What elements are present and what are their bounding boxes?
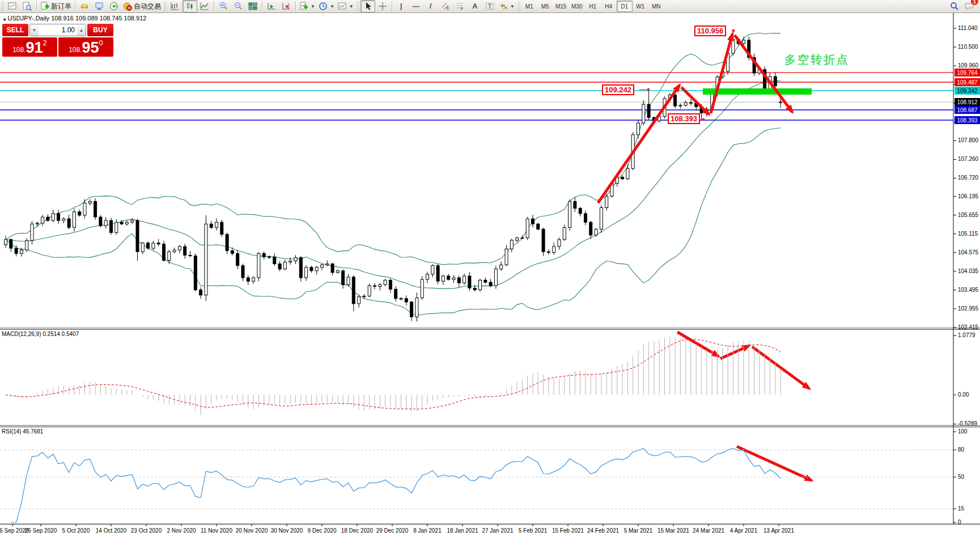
horizontal-level-lines — [0, 73, 953, 120]
timeframe-button-m5[interactable]: M5 — [537, 1, 553, 12]
channel-tool-button[interactable]: E — [438, 0, 453, 12]
zoom-out-icon — [234, 2, 243, 11]
toolbar-grip[interactable] — [1, 2, 4, 11]
buy-price-display[interactable]: 108.950 — [58, 37, 113, 57]
sell-price-prefix: 108. — [12, 44, 26, 56]
search-icon — [950, 2, 959, 11]
profiles-button[interactable] — [20, 0, 35, 12]
timeframe-button-m15[interactable]: M15 — [553, 1, 569, 12]
cursor-icon — [363, 2, 372, 11]
svg-text:F: F — [461, 7, 463, 11]
market-watch-button[interactable] — [77, 0, 92, 12]
support-zone-bar[interactable] — [703, 88, 812, 95]
templates-button[interactable]: ▼ — [336, 0, 355, 12]
pane-frame — [0, 12, 980, 526]
candlesticks — [5, 31, 782, 321]
macd-label: MACD(12,26,9) 0.2514 0.5407 — [2, 331, 79, 337]
expert-advisors-button[interactable] — [92, 0, 107, 12]
autotrading-button[interactable]: 自动交易 — [121, 0, 163, 12]
text-label-tool-button[interactable]: T — [482, 0, 497, 12]
dropdown-arrow-icon: ▼ — [311, 4, 315, 9]
volume-increase-button[interactable]: ▲ — [77, 24, 86, 36]
buy-price-big: 95 — [82, 39, 99, 56]
arrows-tool-button[interactable]: ▼ — [497, 0, 516, 12]
symbol-ohlc-text: USDJPY-,Daily 108.916 109.089 108.745 10… — [8, 15, 147, 22]
sell-price-big: 91 — [26, 39, 43, 56]
chart-shift-button[interactable] — [279, 0, 294, 12]
bar-chart-icon — [171, 2, 180, 11]
buy-button[interactable]: BUY — [87, 24, 113, 36]
candlestick-chart-button[interactable] — [183, 0, 197, 12]
zoom-in-button[interactable] — [216, 0, 231, 12]
timeframe-button-m30[interactable]: M30 — [569, 1, 585, 12]
vertical-line-icon: | — [400, 2, 402, 10]
price-axis-label: 109.764 — [954, 69, 980, 76]
dropdown-arrow-icon: ▼ — [330, 4, 334, 9]
collapse-arrow-icon[interactable]: ▴ — [3, 16, 6, 22]
toolbar-grip[interactable] — [357, 2, 359, 11]
auto-scroll-button[interactable] — [264, 0, 279, 12]
trendline-icon: / — [430, 2, 431, 10]
crosshair-tool-button[interactable] — [375, 0, 390, 12]
chart-window-icon — [8, 2, 17, 11]
toolbar-grip[interactable] — [164, 2, 167, 11]
rsi-label: RSI(14) 45.7681 — [2, 428, 43, 435]
zoom-in-icon — [219, 2, 228, 11]
macd-pane — [6, 337, 780, 415]
dropdown-arrow-icon: ▼ — [510, 4, 515, 9]
toolbar-grip[interactable] — [517, 2, 520, 11]
volume-decrease-button[interactable]: ▼ — [30, 24, 39, 36]
svg-text:T: T — [488, 3, 491, 10]
timeframe-button-h1[interactable]: H1 — [585, 1, 601, 12]
buy-price-prefix: 108. — [69, 44, 82, 56]
auto-scroll-icon — [267, 2, 276, 11]
cursor-tool-button[interactable] — [360, 0, 375, 12]
volume-box: ▼ ▲ — [29, 24, 86, 36]
sell-button[interactable]: SELL — [2, 24, 28, 36]
sell-price-display[interactable]: 108.912 — [2, 37, 57, 57]
line-chart-icon — [200, 2, 209, 11]
autotrading-icon — [123, 2, 132, 11]
price-axis-label: 109.487 — [954, 78, 980, 86]
new-chart-button[interactable] — [5, 0, 20, 12]
text-label-icon: T — [485, 2, 494, 11]
turning-point-annotation[interactable]: 多空转折点 — [784, 52, 850, 67]
price-callout-mid[interactable]: 109.242 — [602, 84, 634, 95]
price-callout-high[interactable]: 110.956 — [694, 25, 726, 36]
tile-windows-button[interactable] — [245, 0, 260, 12]
search-button[interactable] — [947, 0, 962, 12]
chart-shift-icon — [282, 2, 291, 11]
timeframe-button-mn[interactable]: MN — [648, 1, 664, 12]
timeframe-button-d1[interactable]: D1 — [617, 1, 633, 12]
chat-unread-badge: 1 — [971, 0, 978, 5]
bar-chart-button[interactable] — [168, 0, 183, 12]
signals-button[interactable] — [107, 0, 121, 12]
volume-input[interactable] — [39, 24, 77, 36]
line-chart-button[interactable] — [197, 0, 212, 12]
vertical-line-tool-button[interactable]: | — [394, 0, 409, 12]
price-axis-label: 109.242 — [954, 87, 980, 95]
equidistant-channel-icon: E — [441, 2, 450, 11]
text-icon: A — [472, 2, 477, 10]
fibonacci-tool-button[interactable]: F — [453, 0, 468, 12]
mt4-terminal-window: 新订单 自动交易 — [0, 0, 980, 536]
text-tool-button[interactable]: A — [468, 0, 482, 12]
new-order-icon — [40, 2, 49, 11]
chat-button[interactable]: 1 — [962, 0, 977, 12]
new-order-button[interactable]: 新订单 — [39, 0, 73, 12]
price-callout-low[interactable]: 108.393 — [668, 113, 700, 124]
horizontal-line-tool-button[interactable]: — — [409, 0, 423, 12]
new-order-label: 新订单 — [51, 2, 71, 11]
timeframe-button-h4[interactable]: H4 — [601, 1, 617, 12]
zoom-out-button[interactable] — [231, 0, 245, 12]
periods-button[interactable]: ▼ — [317, 0, 336, 12]
timeframe-button-w1[interactable]: W1 — [633, 1, 648, 12]
tile-windows-icon — [248, 2, 257, 11]
crosshair-icon — [378, 2, 387, 11]
trendline-tool-button[interactable]: / — [423, 0, 438, 12]
timeframe-button-m1[interactable]: M1 — [521, 1, 537, 12]
chart-canvas[interactable] — [0, 0, 980, 536]
timeframe-toolbar: M1M5M15M30H1H4D1W1MN — [521, 1, 664, 12]
profile-magnifier-icon — [23, 2, 32, 11]
indicators-button[interactable]: ▼ — [298, 0, 317, 12]
